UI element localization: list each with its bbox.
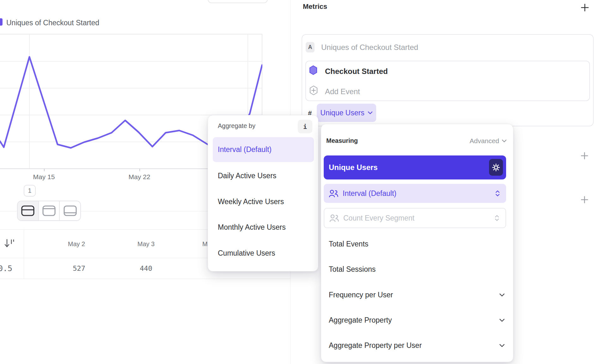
users-icon bbox=[329, 189, 338, 197]
measure-option-label: Unique Users bbox=[329, 163, 378, 172]
chevron-down-icon bbox=[368, 111, 373, 114]
top-panel-icon bbox=[42, 205, 56, 216]
x-axis-label: May 22 bbox=[117, 173, 162, 181]
chevron-down-icon[interactable] bbox=[499, 344, 505, 347]
aggregate-by-title: Aggregate by bbox=[218, 122, 255, 130]
x-axis-tick bbox=[139, 169, 140, 171]
split-horizontal-icon bbox=[21, 205, 35, 216]
menu-item-weekly-active-users[interactable]: Weekly Active Users bbox=[218, 197, 284, 207]
info-button[interactable]: i bbox=[298, 120, 312, 133]
table-cell: 527 bbox=[51, 262, 107, 275]
menu-item-cumulative-users[interactable]: Cumulative Users bbox=[218, 248, 275, 258]
add-event-label[interactable]: Add Event bbox=[325, 87, 360, 96]
chevron-down-icon bbox=[502, 139, 507, 143]
pagination-badge[interactable]: 1 bbox=[24, 185, 36, 197]
up-down-chevrons-icon bbox=[495, 215, 499, 221]
measure-option-frequency-per-user[interactable]: Frequency per User bbox=[329, 289, 393, 300]
menu-item-interval-default[interactable]: Interval (Default) bbox=[213, 137, 314, 162]
up-down-chevrons-icon bbox=[495, 190, 500, 197]
metric-card-title[interactable]: Uniques of Checkout Started bbox=[321, 43, 418, 52]
measuring-title: Measuring bbox=[326, 137, 358, 144]
table-header-cell[interactable]: May 2 bbox=[48, 238, 105, 250]
menu-item-monthly-active-users[interactable]: Monthly Active Users bbox=[218, 222, 286, 232]
group-by-interval-label: Interval (Default) bbox=[343, 189, 396, 198]
count-every-segment-row[interactable]: Count Every Segment bbox=[324, 208, 506, 228]
toolbar-button-cropped[interactable] bbox=[208, 0, 268, 3]
layout-toggle-bottom-panel[interactable] bbox=[60, 201, 80, 220]
menu-item-label: Interval (Default) bbox=[218, 145, 272, 154]
measure-option-total-sessions[interactable]: Total Sessions bbox=[329, 264, 376, 275]
legend-series-swatch bbox=[0, 18, 3, 26]
layout-toggle-header-row[interactable] bbox=[39, 201, 60, 220]
layout-toggle-split-horizontal[interactable] bbox=[18, 201, 39, 220]
table-row-border bbox=[0, 279, 290, 279]
table-cell-summary-partial: 0.5 bbox=[0, 262, 20, 275]
table-header-cell[interactable]: May 3 bbox=[118, 238, 174, 250]
measure-chip[interactable]: Unique Users bbox=[317, 104, 376, 122]
menu-item-daily-active-users[interactable]: Daily Active Users bbox=[218, 171, 276, 181]
x-axis-label: May 15 bbox=[22, 173, 66, 181]
add-filter-icon[interactable] bbox=[580, 152, 589, 160]
measure-option-unique-users[interactable]: Unique Users bbox=[324, 155, 506, 179]
measure-chip-label: Unique Users bbox=[320, 109, 364, 117]
table-cell: 440 bbox=[118, 262, 174, 275]
chevron-down-icon[interactable] bbox=[499, 318, 505, 322]
x-axis-tick bbox=[44, 169, 45, 171]
metrics-panel-title: Metrics bbox=[303, 3, 327, 11]
count-every-segment-label: Count Every Segment bbox=[343, 214, 414, 222]
measure-option-aggregate-property-per-user[interactable]: Aggregate Property per User bbox=[329, 340, 422, 351]
gear-icon bbox=[492, 163, 500, 172]
add-breakdown-icon[interactable] bbox=[580, 196, 589, 204]
add-metric-icon[interactable] bbox=[580, 3, 589, 12]
metric-letter-badge: A bbox=[306, 42, 315, 52]
insights-app: Uniques of Checkout Started May 15 May 2… bbox=[0, 0, 600, 364]
measure-option-total-events[interactable]: Total Events bbox=[329, 239, 368, 249]
add-event-icon[interactable] bbox=[309, 85, 318, 95]
sort-icon[interactable] bbox=[4, 238, 15, 249]
legend-series-label: Uniques of Checkout Started bbox=[6, 19, 99, 27]
measuring-popover: Measuring Advanced Unique Users bbox=[321, 124, 513, 362]
advanced-toggle[interactable]: Advanced bbox=[470, 137, 507, 145]
aggregate-by-popover: Aggregate by i Interval (Default) Daily … bbox=[208, 115, 318, 271]
chevron-down-icon[interactable] bbox=[499, 293, 505, 297]
measure-settings-button[interactable] bbox=[489, 159, 503, 176]
group-by-interval-row[interactable]: Interval (Default) bbox=[324, 184, 506, 203]
advanced-label: Advanced bbox=[470, 137, 499, 145]
users-icon-disabled bbox=[329, 214, 339, 222]
event-row[interactable]: Checkout Started bbox=[325, 67, 388, 76]
table-column-divider bbox=[24, 229, 24, 279]
bottom-panel-icon bbox=[63, 205, 77, 216]
event-hexagon-icon bbox=[309, 65, 318, 75]
layout-toggle-group bbox=[17, 201, 81, 221]
measure-option-aggregate-property[interactable]: Aggregate Property bbox=[329, 315, 392, 325]
